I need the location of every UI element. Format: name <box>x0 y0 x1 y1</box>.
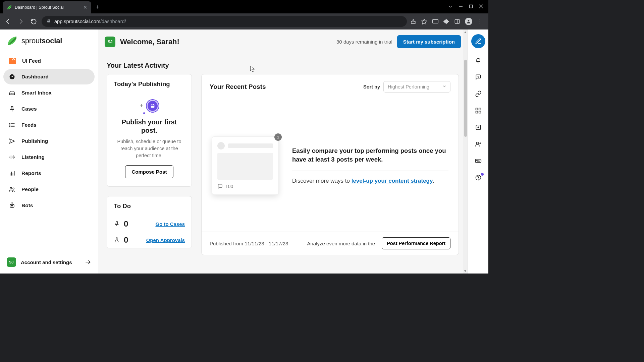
rail-notifications-button[interactable] <box>475 57 482 65</box>
browser-titlebar: Dashboard | Sprout Social ✕ ＋ <box>0 0 488 13</box>
back-button[interactable] <box>3 17 13 26</box>
gauge-icon <box>9 73 15 80</box>
divider <box>292 171 448 171</box>
settings-label: Account and settings <box>21 259 80 265</box>
scroll-down-icon[interactable]: ▼ <box>464 269 467 273</box>
minimize-icon[interactable] <box>459 4 463 9</box>
sort-dropdown[interactable]: Highest Performing <box>383 81 450 93</box>
sidebar-item-dashboard[interactable]: Dashboard <box>3 69 95 84</box>
text-placeholder <box>228 143 273 148</box>
notification-dot-icon <box>481 173 484 176</box>
image-placeholder <box>217 153 273 180</box>
share-icon[interactable] <box>410 18 416 24</box>
forward-button[interactable] <box>16 17 25 26</box>
rail-messages-button[interactable] <box>475 74 482 82</box>
sprout-leaf-icon <box>7 5 12 10</box>
sidebar-item-feeds[interactable]: Feeds <box>3 117 95 133</box>
sidebar: sproutsocial UI Feed Dashboard Smart Inb… <box>0 29 98 274</box>
sidebar-item-cases[interactable]: Cases <box>3 101 95 117</box>
analyze-text: Analyze even more data in the <box>307 241 375 246</box>
sidebar-item-label: People <box>21 186 39 192</box>
compose-post-button[interactable]: Compose Post <box>125 165 173 178</box>
svg-rect-1 <box>470 5 473 8</box>
svg-rect-53 <box>475 159 481 163</box>
calendar-icon <box>147 100 159 112</box>
address-bar[interactable]: app.sproutsocial.com/dashboard/ <box>42 16 407 27</box>
tab-search-icon[interactable] <box>448 4 453 9</box>
scroll-up-icon[interactable]: ▲ <box>464 30 467 34</box>
arrow-right-icon <box>85 259 91 265</box>
text: . <box>433 178 434 184</box>
welcome-title: Welcome, Sarah! <box>120 38 179 46</box>
content: Your Latest Activity Today's Publishing … <box>98 54 468 262</box>
start-subscription-button[interactable]: Start my subscription <box>397 35 461 48</box>
list-icon <box>9 122 15 128</box>
svg-point-30 <box>10 187 12 189</box>
keyboard-icon <box>475 158 482 164</box>
todo-row-cases: 0 Go to Cases <box>107 216 192 232</box>
rail-add-people-button[interactable] <box>475 141 482 149</box>
sidebar-item-publishing[interactable]: Publishing <box>3 133 95 149</box>
user-avatar-badge: SJ <box>105 37 115 47</box>
scrollbar-thumb[interactable] <box>464 60 467 137</box>
rail-add-button[interactable] <box>475 124 482 132</box>
profile-avatar-icon[interactable] <box>465 18 472 25</box>
go-to-cases-link[interactable]: Go to Cases <box>155 221 185 227</box>
content-strategy-link[interactable]: level-up your content strategy <box>352 178 433 184</box>
svg-point-33 <box>11 205 12 206</box>
side-panel-icon[interactable] <box>454 18 460 24</box>
close-icon[interactable]: ✕ <box>83 5 87 10</box>
sidebar-item-bots[interactable]: Bots <box>3 198 95 213</box>
browser-tab[interactable]: Dashboard | Sprout Social ✕ <box>3 1 91 13</box>
sidebar-item-label: Bots <box>21 202 33 208</box>
todo-count: 0 <box>124 219 128 229</box>
text: Discover more ways to <box>292 178 352 184</box>
recent-posts-card: Your Recent Posts Sort by Highest Perfor… <box>201 74 459 255</box>
rail-link-button[interactable] <box>475 90 482 99</box>
bar-chart-icon <box>9 170 15 177</box>
sidebar-item-label: Feeds <box>21 122 37 128</box>
sidebar-item-people[interactable]: People <box>3 182 95 197</box>
svg-point-13 <box>11 76 12 77</box>
post-performance-report-button[interactable]: Post Performance Report <box>382 237 450 249</box>
posts-discover-copy: Discover more ways to level-up your cont… <box>292 178 448 184</box>
install-app-icon[interactable] <box>432 18 439 24</box>
svg-rect-46 <box>479 111 481 113</box>
maximize-icon[interactable] <box>469 4 473 9</box>
sidebar-item-listening[interactable]: Listening <box>3 149 95 165</box>
todays-publishing-card: Today's Publishing + Publish your first … <box>107 74 192 187</box>
ghost-count: 100 <box>225 184 233 189</box>
new-tab-button[interactable]: ＋ <box>95 3 101 11</box>
toolbar-actions: ⋮ <box>410 18 485 25</box>
open-approvals-link[interactable]: Open Approvals <box>146 237 185 243</box>
post-placeholder-card: 1 100 <box>212 136 279 195</box>
sidebar-item-reports[interactable]: Reports <box>3 166 95 181</box>
rail-keyboard-button[interactable] <box>475 158 482 166</box>
rail-apps-button[interactable] <box>475 107 482 115</box>
help-icon <box>475 174 482 181</box>
rail-help-button[interactable] <box>475 174 482 182</box>
publishing-title: Publish your first post. <box>114 118 184 135</box>
reload-button[interactable] <box>29 17 38 26</box>
user-avatar-badge: SJ <box>7 257 16 267</box>
scrollbar-track[interactable]: ▲ ▼ <box>463 29 468 274</box>
pin-icon <box>114 221 120 227</box>
account-settings-button[interactable]: SJ Account and settings <box>0 251 98 274</box>
svg-rect-44 <box>479 108 481 110</box>
bookmark-star-icon[interactable] <box>421 18 427 25</box>
posts-empty-copy: Easily compare your top performing posts… <box>292 146 448 164</box>
accent-dot-icon <box>143 112 145 114</box>
card-title: To Do <box>107 196 192 216</box>
sidebar-item-label: Smart Inbox <box>21 90 52 96</box>
browser-menu-icon[interactable]: ⋮ <box>477 18 483 24</box>
svg-point-58 <box>480 160 480 161</box>
sidebar-item-ui-feed[interactable]: UI Feed <box>3 54 95 68</box>
compose-fab-button[interactable] <box>471 34 485 48</box>
extensions-icon[interactable] <box>443 18 449 24</box>
brand-logo[interactable]: sproutsocial <box>0 36 98 54</box>
publishing-subtitle: Publish, schedule or queue to reach your… <box>114 138 184 159</box>
svg-rect-45 <box>476 111 478 113</box>
sidebar-item-smart-inbox[interactable]: Smart Inbox <box>3 85 95 101</box>
window-close-icon[interactable] <box>479 4 483 9</box>
brand-wordmark: sproutsocial <box>21 37 62 45</box>
